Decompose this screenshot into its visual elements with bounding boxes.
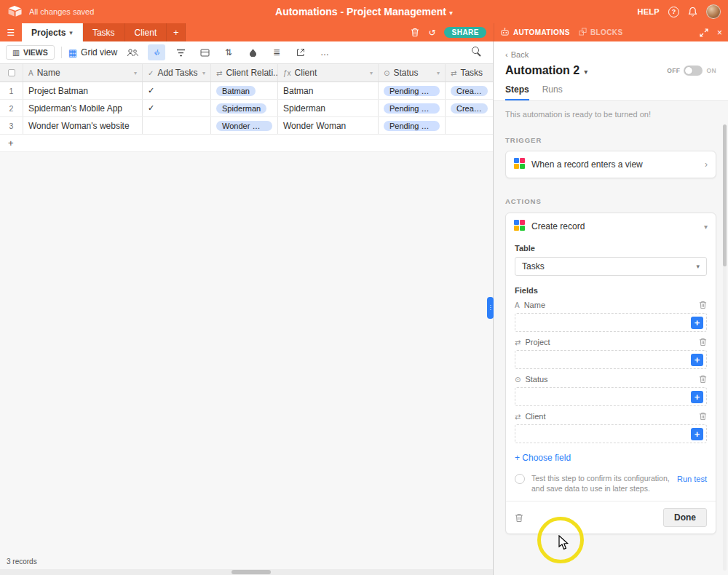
automations-tab[interactable]: AUTOMATIONS xyxy=(500,28,570,38)
linked-record-pill[interactable]: Wonder Woman xyxy=(216,121,272,131)
field-value-input[interactable]: + xyxy=(515,350,707,369)
linked-record-pill[interactable]: Batman xyxy=(216,86,256,96)
views-button[interactable]: ▥ VIEWS xyxy=(6,45,55,60)
status-pill[interactable]: Pending Start xyxy=(384,121,440,131)
cell-client[interactable]: Spiderman xyxy=(278,100,379,116)
remove-field-trash-icon[interactable] xyxy=(699,301,707,309)
column-header-add-tasks[interactable]: ✓ Add Tasks ▾ xyxy=(143,64,211,82)
column-caret-down-icon[interactable]: ▾ xyxy=(134,70,137,76)
search-button[interactable] xyxy=(472,47,481,58)
panel-resize-handle[interactable]: ⋮ xyxy=(487,297,494,319)
share-view-icon[interactable] xyxy=(292,44,309,60)
tab-steps[interactable]: Steps xyxy=(505,84,529,100)
cell-tasks[interactable] xyxy=(446,117,493,134)
bell-icon[interactable] xyxy=(688,7,697,17)
cell-client-relation[interactable]: Wonder Woman xyxy=(211,117,278,134)
history-icon[interactable]: ↺ xyxy=(428,28,435,38)
cell-add-tasks[interactable] xyxy=(143,117,211,134)
row-number[interactable]: 1 xyxy=(0,82,23,99)
cell-status[interactable]: Pending Start xyxy=(379,100,446,116)
back-link[interactable]: ‹ Back xyxy=(494,41,728,59)
horizontal-scrollbar-thumb[interactable] xyxy=(232,570,271,574)
row-number[interactable]: 2 xyxy=(0,100,23,116)
grid-view-button[interactable]: ▦ Grid view xyxy=(68,47,117,58)
column-header-client-relation[interactable]: ⇄ Client Relati... ▾ xyxy=(211,64,278,82)
insert-value-button[interactable]: + xyxy=(691,317,703,329)
cell-name[interactable]: Wonder Woman's website xyxy=(23,117,143,134)
linked-record-pill[interactable]: Create local ve xyxy=(451,103,488,114)
collaborators-icon[interactable] xyxy=(124,44,141,60)
add-record-row[interactable]: + xyxy=(0,135,493,152)
field-value-input[interactable]: + xyxy=(515,313,707,332)
cell-status[interactable]: Pending Start xyxy=(379,117,446,134)
column-header-client[interactable]: ƒx Client ▾ xyxy=(278,64,379,82)
user-avatar[interactable] xyxy=(706,4,721,19)
chevron-down-icon[interactable]: ▾ xyxy=(704,223,708,231)
tab-projects[interactable]: Projects ▾ xyxy=(22,23,83,41)
insert-value-button[interactable]: + xyxy=(691,428,703,440)
panel-scrollbar-thumb[interactable] xyxy=(723,124,727,266)
checkbox-checked-icon[interactable]: ✓ xyxy=(148,86,154,95)
automation-title[interactable]: Automation 2 ▾ xyxy=(505,64,587,77)
help-button[interactable]: HELP xyxy=(637,7,660,16)
share-button[interactable]: SHARE xyxy=(444,27,486,38)
filter-icon[interactable] xyxy=(172,44,189,60)
status-pill[interactable]: Pending Start xyxy=(384,103,440,114)
sort-icon[interactable]: ⇅ xyxy=(220,44,237,60)
cell-tasks[interactable]: Create local ve xyxy=(446,100,493,116)
cell-name[interactable]: Spiderman's Mobile App xyxy=(23,100,143,116)
tab-tasks[interactable]: Tasks xyxy=(83,23,125,41)
checkbox-checked-icon[interactable]: ✓ xyxy=(148,103,154,113)
insert-value-button[interactable]: + xyxy=(691,391,703,403)
remove-field-trash-icon[interactable] xyxy=(699,338,707,346)
group-icon[interactable] xyxy=(196,44,213,60)
field-value-input[interactable]: + xyxy=(515,387,707,406)
column-header-status[interactable]: ⊙ Status ▾ xyxy=(379,64,446,82)
automations-active-icon[interactable]: ‹/› xyxy=(148,44,165,60)
window-title[interactable]: Automations - Project Management xyxy=(275,6,446,17)
cell-status[interactable]: Pending Start xyxy=(379,82,446,99)
run-test-link[interactable]: Run test xyxy=(677,474,707,485)
linked-record-pill[interactable]: Spiderman xyxy=(216,103,266,114)
trash-icon[interactable] xyxy=(411,28,419,37)
row-height-icon[interactable]: ≣ xyxy=(268,44,285,60)
automation-toggle[interactable] xyxy=(684,66,703,76)
blocks-tab[interactable]: BLOCKS xyxy=(579,28,623,37)
column-caret-down-icon[interactable]: ▾ xyxy=(370,70,373,76)
expand-icon[interactable] xyxy=(700,28,708,37)
title-caret-down-icon[interactable]: ▾ xyxy=(449,9,453,17)
column-header-tasks[interactable]: ⇄ Tasks xyxy=(446,64,493,82)
column-caret-down-icon[interactable]: ▾ xyxy=(202,70,205,76)
hamburger-menu-icon[interactable]: ☰ xyxy=(0,23,22,41)
insert-value-button[interactable]: + xyxy=(691,354,703,366)
chevron-right-icon[interactable]: › xyxy=(705,159,708,170)
remove-field-trash-icon[interactable] xyxy=(699,375,707,384)
cell-name[interactable]: Project Batman xyxy=(23,82,143,99)
app-logo-icon[interactable] xyxy=(7,5,23,19)
column-header-name[interactable]: A Name ▾ xyxy=(23,64,143,82)
delete-action-trash-icon[interactable] xyxy=(515,513,523,523)
column-caret-down-icon[interactable]: ▾ xyxy=(437,70,440,76)
cell-client[interactable]: Batman xyxy=(278,82,379,99)
close-panel-icon[interactable]: × xyxy=(717,28,722,38)
cell-tasks[interactable]: Create local ve xyxy=(446,82,493,99)
add-table-button[interactable]: + xyxy=(167,23,186,41)
trigger-card[interactable]: When a record enters a view › xyxy=(505,151,716,178)
table-select[interactable]: Tasks ▾ xyxy=(515,257,707,276)
select-all-checkbox[interactable] xyxy=(8,69,15,76)
cell-add-tasks[interactable]: ✓ xyxy=(143,82,211,99)
linked-record-pill[interactable]: Create local ve xyxy=(451,86,488,96)
tab-caret-down-icon[interactable]: ▾ xyxy=(69,29,73,36)
cell-client[interactable]: Wonder Woman xyxy=(278,117,379,134)
cell-add-tasks[interactable]: ✓ xyxy=(143,100,211,116)
title-caret-down-icon[interactable]: ▾ xyxy=(584,68,587,76)
done-button[interactable]: Done xyxy=(663,508,707,527)
color-icon[interactable] xyxy=(244,44,261,60)
status-pill[interactable]: Pending Start xyxy=(384,86,440,96)
row-number[interactable]: 3 xyxy=(0,117,23,134)
header-checkbox-cell[interactable] xyxy=(0,64,23,82)
cell-client-relation[interactable]: Batman xyxy=(211,82,278,99)
panel-scrollbar[interactable] xyxy=(723,124,727,571)
field-value-input[interactable]: + xyxy=(515,424,707,443)
action-card-header[interactable]: Create record ▾ xyxy=(506,213,716,239)
